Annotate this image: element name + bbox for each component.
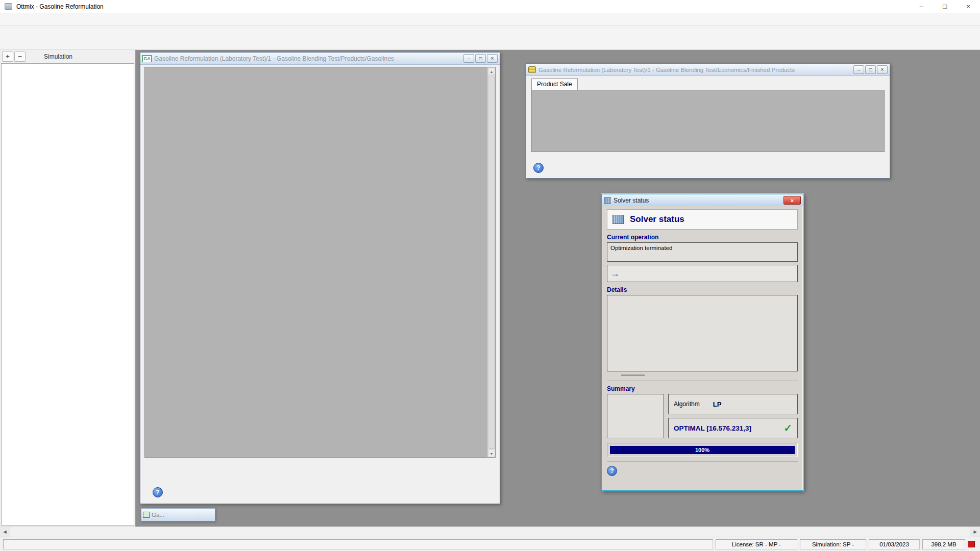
algorithm-value: LP [713, 400, 722, 408]
algorithm-box: Algorithm LP [668, 394, 798, 414]
maximize-button[interactable]: □ [933, 0, 957, 13]
child-restore-button[interactable]: □ [475, 54, 486, 63]
finished-window-icon [528, 66, 536, 73]
solver-titlebar[interactable]: Solver status × [602, 194, 803, 206]
progress-bar: 100% [610, 446, 795, 454]
help-icon[interactable]: ? [607, 466, 617, 476]
child-minimize-button[interactable]: – [463, 54, 474, 63]
finished-grid-container [531, 90, 885, 152]
solver-heading-band: Solver status [607, 209, 798, 230]
algorithm-label: Algorithm [674, 400, 700, 408]
gasolines-vertical-scrollbar[interactable]: ▲ ▼ [487, 67, 495, 457]
status-indicator-icon [968, 541, 975, 547]
optimal-result-box: OPTIMAL [16.576.231,3] ✓ [668, 418, 798, 438]
solver-grid-icon [612, 215, 624, 224]
close-button[interactable]: × [957, 0, 980, 13]
status-date: 01/03/2023 [869, 539, 920, 549]
optimal-result: OPTIMAL [16.576.231,3] [674, 424, 751, 432]
minimized-window-title: Ga... [152, 512, 211, 518]
details-label: Details [607, 286, 798, 293]
menubar [0, 13, 980, 26]
child-restore-button[interactable]: □ [865, 65, 876, 74]
current-operation-label: Current operation [607, 234, 798, 241]
finished-products-window: Gasoline Reformulation (Laboratory Test)… [526, 63, 890, 179]
scroll-down-icon[interactable]: ▼ [488, 449, 495, 457]
minimized-window[interactable]: Ga... [141, 508, 215, 521]
sidebar-tab-simulation[interactable]: Simulation [44, 53, 72, 60]
solver-grid-icon [604, 197, 611, 204]
problem-size-stats [607, 394, 664, 438]
scrollbar-thumb[interactable] [488, 76, 495, 449]
progress-groove: 100% [607, 443, 798, 457]
simulation-tree [1, 63, 134, 525]
app-icon [5, 3, 12, 10]
app-title: Ottmix - Gasoline Reformulation [16, 3, 104, 10]
finished-window-title: Gasoline Reformulation (Laboratory Test)… [538, 67, 795, 73]
minimize-button[interactable]: – [910, 0, 933, 13]
statusbar: License: SR - MP - Simulation: SP - 01/0… [0, 537, 980, 551]
operation-progress-box: → [607, 265, 798, 282]
help-icon[interactable]: ? [533, 163, 544, 173]
arrow-right-icon: → [610, 269, 620, 278]
solver-heading: Solver status [630, 214, 684, 224]
license-status: License: SR - MP - [716, 539, 797, 549]
horizontal-scrollbar[interactable]: ◀ ▶ [0, 527, 980, 537]
solver-status-dialog: Solver status × Solver status Current op… [601, 194, 803, 491]
scroll-right-icon[interactable]: ▶ [970, 527, 980, 537]
tree-collapse-all-button[interactable]: − [14, 52, 26, 62]
gasolines-window-titlebar[interactable]: GA Gasoline Reformulation (Laboratory Te… [140, 53, 500, 65]
scrollbar-track[interactable] [10, 527, 970, 537]
tab-product-sale[interactable]: Product Sale [531, 78, 578, 90]
scroll-left-icon[interactable]: ◀ [0, 527, 10, 537]
gasolines-window: GA Gasoline Reformulation (Laboratory Te… [140, 52, 500, 504]
child-minimize-button[interactable]: – [853, 65, 864, 74]
memory-usage: 398,2 MB [922, 539, 965, 549]
titlebar: Ottmix - Gasoline Reformulation – □ × [0, 0, 980, 13]
minimized-window-icon [143, 512, 150, 518]
application-window: Ottmix - Gasoline Reformulation – □ × + … [0, 0, 980, 551]
toolbar [0, 26, 980, 50]
scroll-up-icon[interactable]: ▲ [488, 67, 495, 75]
simulation-status: Simulation: SP - [800, 539, 866, 549]
status-message-panel [3, 539, 713, 549]
solver-title: Solver status [614, 197, 649, 204]
check-icon: ✓ [783, 422, 792, 434]
finished-window-titlebar[interactable]: Gasoline Reformulation (Laboratory Test)… [526, 64, 890, 76]
gasolines-window-title: Gasoline Reformulation (Laboratory Test)… [154, 55, 394, 62]
sidebar-header: + − Simulation [0, 50, 135, 63]
details-log[interactable] [607, 295, 798, 371]
sidebar: + − Simulation [0, 50, 136, 527]
solver-close-button[interactable]: × [783, 196, 801, 205]
child-close-button[interactable]: × [487, 54, 498, 63]
tree-expand-all-button[interactable]: + [2, 52, 13, 62]
details-horizontal-scrollbar[interactable] [621, 374, 645, 376]
mdi-area: GA Gasoline Reformulation (Laboratory Te… [136, 50, 980, 527]
help-icon[interactable]: ? [153, 487, 163, 497]
current-operation-box: Optimization terminated [607, 242, 798, 262]
gasolines-grid-container: ▲ ▼ [144, 67, 496, 458]
gasolines-window-icon: GA [142, 55, 152, 62]
child-close-button[interactable]: × [877, 65, 888, 74]
divider [607, 380, 798, 381]
summary-label: Summary [607, 385, 798, 392]
